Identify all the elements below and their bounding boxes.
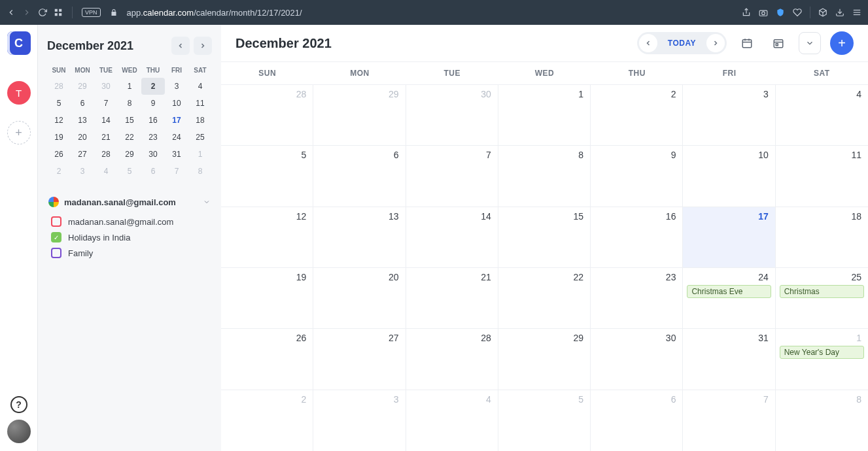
mini-cal-day[interactable]: 18 [188, 112, 212, 129]
calendar-cell[interactable]: 7 [406, 146, 498, 206]
mini-cal-day[interactable]: 11 [188, 95, 212, 112]
calendar-toggle[interactable]: Family [51, 248, 212, 258]
calendar-cell[interactable]: 26 [221, 329, 313, 389]
user-avatar[interactable] [7, 420, 31, 443]
mini-cal-day[interactable]: 9 [141, 95, 165, 112]
calendar-event[interactable]: New Year's Day [780, 346, 864, 359]
share-icon[interactable] [742, 8, 751, 17]
mini-cal-day[interactable]: 16 [141, 112, 165, 129]
calendar-cell[interactable]: 1New Year's Day [776, 329, 868, 389]
mini-cal-day[interactable]: 5 [47, 95, 71, 112]
mini-cal-day[interactable]: 8 [188, 163, 212, 180]
mini-cal-day[interactable]: 3 [165, 78, 188, 95]
calendar-cell[interactable]: 18 [776, 207, 868, 267]
mini-cal-day[interactable]: 30 [94, 78, 118, 95]
calendar-event[interactable]: Christmas Eve [687, 285, 771, 298]
camera-icon[interactable] [759, 8, 768, 17]
calendar-cell[interactable]: 5 [221, 146, 313, 206]
shield-icon[interactable] [776, 8, 785, 17]
add-event-button[interactable]: + [830, 31, 854, 55]
mini-cal-day[interactable]: 8 [118, 95, 141, 112]
workspace-avatar[interactable]: T [7, 81, 31, 105]
calendar-cell[interactable]: 31 [683, 329, 775, 389]
calendar-cell[interactable]: 22 [498, 268, 591, 328]
mini-cal-day[interactable]: 1 [118, 78, 141, 95]
calendar-cell[interactable]: 28 [221, 85, 313, 145]
calendar-cell[interactable]: 23 [591, 268, 683, 328]
mini-cal-day[interactable]: 5 [118, 163, 141, 180]
next-period-button[interactable] [706, 34, 725, 52]
add-workspace-button[interactable]: + [7, 121, 31, 144]
heart-icon[interactable] [793, 8, 802, 17]
mini-cal-day[interactable]: 6 [71, 95, 94, 112]
calendar-cell[interactable]: 14 [406, 207, 498, 267]
calendar-cell[interactable]: 16 [591, 207, 683, 267]
mini-cal-day[interactable]: 20 [71, 129, 94, 146]
help-icon[interactable]: ? [10, 396, 27, 413]
browser-apps-icon[interactable] [54, 8, 63, 17]
calendar-cell[interactable]: 6 [591, 390, 683, 451]
mini-cal-day[interactable]: 7 [165, 163, 188, 180]
calendar-cell[interactable]: 4 [776, 85, 868, 145]
calendar-cell[interactable]: 3 [683, 85, 775, 145]
prev-period-button[interactable] [639, 34, 657, 52]
mini-cal-day[interactable]: 28 [94, 146, 118, 163]
mini-cal-day[interactable]: 29 [71, 78, 94, 95]
calendar-cell[interactable]: 7 [683, 390, 775, 451]
calendar-cell[interactable]: 19 [221, 268, 313, 328]
calendar-cell[interactable]: 24Christmas Eve [683, 268, 775, 328]
mini-cal-day[interactable]: 6 [141, 163, 165, 180]
cube-icon[interactable] [818, 8, 827, 17]
calendar-toggle[interactable]: madanan.sanal@gmail.com [51, 216, 212, 227]
mini-cal-day[interactable]: 4 [188, 78, 212, 95]
mini-cal-day[interactable]: 13 [71, 112, 94, 129]
calendar-cell[interactable]: 2 [591, 85, 683, 145]
calendar-cell[interactable]: 1 [498, 85, 591, 145]
calendar-cell[interactable]: 4 [406, 390, 498, 451]
mini-cal-day[interactable]: 23 [141, 129, 165, 146]
mini-cal-day[interactable]: 10 [165, 95, 188, 112]
mini-cal-day[interactable]: 30 [141, 146, 165, 163]
mini-cal-day[interactable]: 28 [47, 78, 71, 95]
mini-cal-day[interactable]: 7 [94, 95, 118, 112]
account-header[interactable]: madanan.sanal@gmail.com [47, 194, 212, 210]
calendar-range-icon[interactable] [767, 32, 790, 54]
mini-cal-day[interactable]: 31 [165, 146, 188, 163]
browser-forward-icon[interactable] [22, 8, 31, 17]
calendar-cell[interactable]: 13 [313, 207, 406, 267]
browser-url[interactable]: app.calendar.com/calendar/month/12/17/20… [127, 8, 733, 18]
view-dropdown[interactable] [799, 32, 821, 54]
browser-reload-icon[interactable] [38, 8, 47, 17]
browser-back-icon[interactable] [7, 8, 16, 17]
calendar-cell[interactable]: 29 [498, 329, 591, 389]
calendar-cell[interactable]: 15 [498, 207, 591, 267]
app-logo[interactable]: C [7, 31, 31, 55]
calendar-cell[interactable]: 8 [776, 390, 868, 451]
menu-icon[interactable] [852, 8, 861, 17]
calendar-cell[interactable]: 20 [313, 268, 406, 328]
mini-cal-day[interactable]: 15 [118, 112, 141, 129]
calendar-cell[interactable]: 2 [221, 390, 313, 451]
calendar-cell[interactable]: 21 [406, 268, 498, 328]
mini-cal-day[interactable]: 2 [141, 78, 165, 95]
mini-cal-day[interactable]: 24 [165, 129, 188, 146]
calendar-cell[interactable]: 10 [683, 146, 775, 206]
calendar-cell[interactable]: 12 [221, 207, 313, 267]
calendar-cell[interactable]: 3 [313, 390, 406, 451]
download-icon[interactable] [835, 8, 844, 17]
calendar-toggle[interactable]: ✓Holidays in India [51, 232, 212, 242]
mini-cal-day[interactable]: 1 [188, 146, 212, 163]
mini-cal-day[interactable]: 26 [47, 146, 71, 163]
mini-cal-day[interactable]: 17 [165, 112, 188, 129]
calendar-cell[interactable]: 27 [313, 329, 406, 389]
calendar-cell[interactable]: 5 [498, 390, 591, 451]
calendar-cell[interactable]: 8 [498, 146, 591, 206]
calendar-cell[interactable]: 30 [406, 85, 498, 145]
calendar-cell[interactable]: 17 [683, 207, 775, 267]
calendar-cell[interactable]: 30 [591, 329, 683, 389]
calendar-cell[interactable]: 25Christmas [776, 268, 868, 328]
mini-cal-day[interactable]: 27 [71, 146, 94, 163]
mini-cal-next-button[interactable] [194, 37, 212, 55]
mini-cal-day[interactable]: 4 [94, 163, 118, 180]
mini-cal-day[interactable]: 3 [71, 163, 94, 180]
